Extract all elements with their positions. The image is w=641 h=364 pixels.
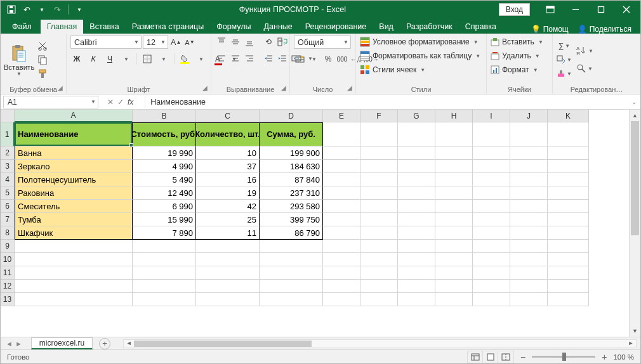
cell[interactable] [260,280,323,293]
cell[interactable] [196,293,260,306]
cell[interactable] [473,240,510,253]
cell[interactable] [196,266,260,280]
scroll-left-icon[interactable]: ◄ [124,340,134,348]
sort-filter-icon[interactable]: AЯ▼ [576,44,593,57]
cell[interactable] [510,146,548,160]
increase-font-icon[interactable]: A▲ [169,36,182,49]
column-header[interactable]: B [133,110,196,122]
cell[interactable] [15,293,133,306]
cell[interactable]: 16 [196,173,260,186]
cell[interactable] [435,200,473,213]
cell[interactable]: 7 890 [133,226,196,240]
cell[interactable] [323,280,360,293]
cell[interactable] [323,200,360,213]
cell[interactable] [548,160,589,173]
cell[interactable] [548,226,589,240]
cell[interactable]: Стоимость, руб. [133,122,196,146]
cell[interactable] [133,280,196,293]
column-header[interactable]: K [548,110,589,122]
cell[interactable] [435,213,473,226]
cell[interactable]: 12 490 [133,186,196,200]
underline-menu[interactable]: ▼ [120,53,133,65]
fill-menu[interactable]: ▼ [195,53,208,65]
number-format-combo[interactable]: Общий▼ [294,36,351,49]
cell[interactable] [548,240,589,253]
cell[interactable] [548,122,589,146]
chevron-down-icon[interactable]: ▼ [35,3,49,16]
borders-button[interactable] [141,53,154,65]
cell[interactable] [360,160,398,173]
cell[interactable]: Тумба [15,213,133,226]
undo-icon[interactable]: ↶ [20,3,34,16]
cell[interactable] [435,253,473,266]
dialog-launcher-icon[interactable]: ◢ [202,86,209,92]
cell[interactable] [133,293,196,306]
cell[interactable] [548,280,589,293]
row-header[interactable]: 1 [1,122,15,146]
cell[interactable] [510,200,548,213]
cell[interactable] [473,213,510,226]
cell[interactable] [133,266,196,280]
cell[interactable] [360,240,398,253]
cell[interactable] [510,240,548,253]
cell[interactable] [360,213,398,226]
cell[interactable] [133,253,196,266]
cell[interactable] [323,122,360,146]
accounting-menu[interactable]: ▼ [308,53,320,65]
cell[interactable] [548,266,589,280]
minimize-button[interactable] [564,3,587,16]
percent-icon[interactable]: % [322,53,334,65]
cell[interactable]: 37 [196,160,260,173]
expand-formula-bar-icon[interactable]: ⌄ [628,98,640,105]
row-header[interactable]: 5 [1,186,15,200]
cell[interactable]: 42 [196,200,260,213]
copy-icon[interactable] [36,53,49,66]
delete-cells[interactable]: Удалить▼ [491,49,540,62]
cell[interactable] [548,213,589,226]
column-header[interactable]: A [15,110,133,122]
column-header[interactable]: G [398,110,435,122]
cell[interactable] [548,173,589,186]
decrease-font-icon[interactable]: A▼ [183,36,196,49]
fx-icon[interactable]: fx [128,98,133,107]
formula-input[interactable]: Наименование [145,96,628,108]
cell[interactable] [360,200,398,213]
cell[interactable] [398,240,435,253]
cells-area[interactable]: НаименованиеСтоимость, руб.Количество, ш… [15,122,629,337]
conditional-formatting[interactable]: Условное форматирование▼ [360,36,479,48]
cell[interactable] [473,266,510,280]
scroll-up-icon[interactable]: ▲ [630,110,640,121]
cell[interactable]: Полотенцесушитель [15,173,133,186]
cell[interactable]: 10 [196,146,260,160]
tab-home[interactable]: Главная [41,20,84,34]
tell-me[interactable]: 💡Помощ [531,25,569,34]
cell[interactable] [323,253,360,266]
cell[interactable]: 4 990 [133,160,196,173]
cell[interactable] [398,213,435,226]
cell[interactable] [510,226,548,240]
cell[interactable] [360,173,398,186]
column-header[interactable]: D [260,110,323,122]
cell[interactable]: Раковина [15,186,133,200]
cell[interactable] [398,266,435,280]
tab-help[interactable]: Справка [459,20,503,34]
tab-file[interactable]: Файл [3,20,41,34]
cell[interactable] [398,146,435,160]
select-all-corner[interactable] [1,110,15,122]
cell[interactable] [473,160,510,173]
cell[interactable] [260,293,323,306]
cell[interactable] [15,253,133,266]
row-header[interactable]: 2 [1,146,15,160]
sheet-nav-prev-icon[interactable]: ◄ [6,340,13,348]
cell-styles[interactable]: Стили ячеек▼ [360,63,425,76]
cell[interactable]: 11 [196,226,260,240]
signin-button[interactable]: Вход [499,3,530,16]
autosum-icon[interactable]: ∑▼ [557,39,572,52]
cell[interactable] [473,226,510,240]
cell[interactable] [548,200,589,213]
redo-icon[interactable]: ↷ [50,3,64,16]
row-header[interactable]: 3 [1,160,15,173]
cell[interactable] [473,173,510,186]
cell[interactable] [548,146,589,160]
dialog-launcher-icon[interactable]: ◢ [347,86,354,92]
